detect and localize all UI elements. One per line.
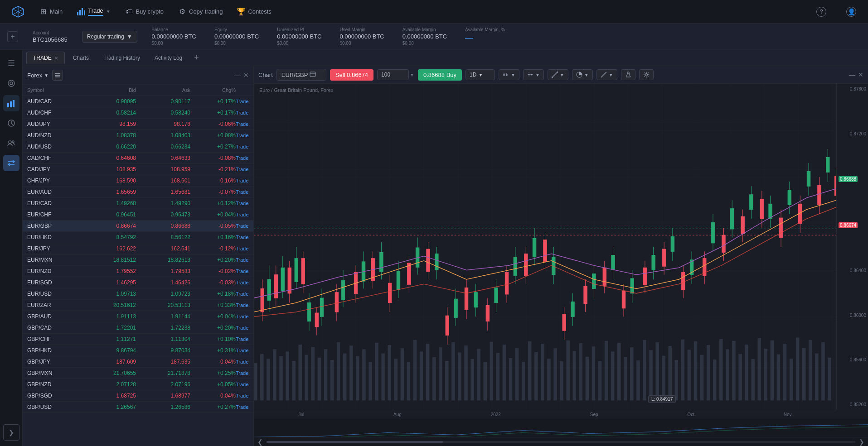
profile-button[interactable]: 👤 [840,4,863,19]
trade-button[interactable]: Trade [236,201,253,206]
expand-sidebar-button[interactable]: ❯ [3,424,19,441]
instrument-row[interactable]: GBP/SGD 1.68725 1.68977 -0.04% Trade [23,390,253,402]
trade-button[interactable]: Trade [236,155,253,161]
instrument-row[interactable]: AUD/USD 0.66220 0.66234 +0.27% Trade [23,141,253,153]
instrument-row[interactable]: EUR/CHF 0.96451 0.96473 +0.04% Trade [23,209,253,221]
instrument-row[interactable]: EUR/HKD 8.54792 8.56122 +0.16% Trade [23,232,253,243]
trade-button[interactable]: Trade [236,223,253,229]
amount-input[interactable] [377,69,409,80]
logo[interactable] [5,3,31,21]
trade-button[interactable]: Trade [236,302,253,308]
trade-button[interactable]: Trade [236,404,253,410]
instrument-row[interactable]: EUR/MXN 18.81512 18.82613 +0.20% Trade [23,254,253,266]
instrument-row[interactable]: EUR/CAD 1.49268 1.49290 +0.12% Trade [23,198,253,209]
instrument-row[interactable]: AUD/CHF 0.58214 0.58240 +0.17% Trade [23,107,253,119]
amount-dropdown-arrow[interactable]: ▼ [410,72,414,77]
search-icon-button[interactable] [52,70,63,81]
instrument-row[interactable]: EUR/GBP 0.86674 0.86688 -0.05% Trade [23,221,253,232]
settings-button[interactable] [639,69,654,80]
tab-trade-close[interactable]: ✕ [54,56,58,61]
timeframe-selector[interactable]: 1D ▼ [466,69,495,80]
chart-type-button[interactable]: ▼ [499,69,519,80]
instrument-row[interactable]: GBP/MXN 21.70655 21.71878 +0.25% Trade [23,368,253,379]
instrument-row[interactable]: GBP/USD 1.26567 1.26586 +0.27% Trade [23,402,253,413]
nav-scroll-bar[interactable] [267,441,855,443]
trade-button[interactable]: Trade [236,246,253,251]
instrument-row[interactable]: EUR/ZAR 20.51612 20.53113 +0.33% Trade [23,300,253,311]
instrument-row[interactable]: EUR/USD 1.09713 1.09723 +0.18% Trade [23,288,253,300]
trade-button[interactable]: Trade [236,110,253,115]
minimize-panel-button[interactable]: — [234,72,241,79]
trade-button[interactable]: Trade [236,382,253,387]
sidebar-icon-transfer[interactable] [3,155,19,171]
close-panel-button[interactable]: ✕ [243,72,249,79]
instrument-row[interactable]: CAD/CHF 0.64608 0.64633 -0.08% Trade [23,153,253,164]
trade-button[interactable]: Trade [236,121,253,127]
objects-button[interactable]: ▼ [548,69,568,80]
chart-area[interactable]: Euro / Great Britain Pound, Forex [254,84,868,446]
sidebar-icon-watchlist[interactable] [3,75,19,91]
chart-navigator[interactable]: ❮ ❯ [254,419,868,446]
nav-contests[interactable]: 🏆 Contests [231,5,277,19]
trade-button[interactable]: Trade [236,99,253,104]
instrument-row[interactable]: AUD/JPY 98.159 98.178 -0.06% Trade [23,119,253,130]
trade-button[interactable]: Trade [236,370,253,376]
trade-button[interactable]: Trade [236,235,253,240]
trade-button[interactable]: Trade [236,314,253,319]
trade-button[interactable]: Trade [236,189,253,195]
instrument-row[interactable]: GBP/CHF 1.11271 1.11304 +0.10% Trade [23,334,253,345]
trade-button[interactable]: Trade [236,212,253,217]
sidebar-icon-social[interactable] [3,135,19,151]
instrument-row[interactable]: GBP/HKD 9.86794 9.87034 +0.31% Trade [23,345,253,356]
nav-scroll-right[interactable]: ❯ [859,438,864,446]
sell-button[interactable]: Sell 0.86674 [330,69,373,81]
trade-button[interactable]: Trade [236,178,253,183]
instrument-row[interactable]: GBP/NZD 2.07128 2.07196 +0.05% Trade [23,379,253,390]
trade-button[interactable]: Trade [236,269,253,274]
instrument-row[interactable]: EUR/NZD 1.79552 1.79583 -0.02% Trade [23,266,253,277]
tab-activity-log[interactable]: Activity Log [148,52,189,64]
chart-close-button[interactable]: ✕ [858,71,863,78]
nav-trade[interactable]: Trade ▼ [71,5,116,19]
trade-button[interactable]: Trade [236,144,253,149]
trade-button[interactable]: Trade [236,167,253,172]
color-scheme-button[interactable]: ▼ [572,69,593,80]
tab-charts[interactable]: Charts [67,52,95,64]
nav-copy-trading[interactable]: ⚙ Copy-trading [172,5,229,19]
sidebar-icon-history[interactable] [3,115,19,131]
instrument-row[interactable]: GBP/CAD 1.72201 1.72238 +0.20% Trade [23,322,253,334]
forex-dropdown[interactable]: Forex ▼ [27,72,48,79]
help-button[interactable]: ? [810,4,833,19]
trade-button[interactable]: Trade [236,393,253,398]
tab-trading-history[interactable]: Trading History [97,52,146,64]
trading-type-selector[interactable]: Regular trading ▼ [82,31,137,43]
trade-button[interactable]: Trade [236,280,253,285]
trade-button[interactable]: Trade [236,257,253,263]
instrument-row[interactable]: CAD/JPY 108.935 108.959 -0.21% Trade [23,164,253,175]
instrument-row[interactable]: AUD/CAD 0.90095 0.90117 +0.17% Trade [23,96,253,107]
trade-button[interactable]: Trade [236,291,253,297]
instrument-row[interactable]: EUR/JPY 162.622 162.641 -0.12% Trade [23,243,253,254]
buy-button[interactable]: 0.86688 Buy [418,69,462,81]
add-tab-button[interactable]: + [190,51,203,64]
sidebar-icon-chart[interactable] [3,95,19,111]
nav-scroll-left[interactable]: ❮ [257,438,263,446]
nav-main[interactable]: ⊞ Main [33,5,69,19]
instrument-row[interactable]: EUR/SGD 1.46295 1.46426 -0.03% Trade [23,277,253,288]
trade-button[interactable]: Trade [236,336,253,342]
trade-button[interactable]: Trade [236,133,253,138]
instrument-row[interactable]: GBP/JPY 187.609 187.635 -0.04% Trade [23,356,253,368]
indicators-button[interactable]: ▼ [523,69,544,80]
line-tool-button[interactable]: ▼ [596,69,617,80]
chart-symbol-input[interactable]: EUR/GBP [276,69,326,81]
nav-buy-crypto[interactable]: 🏷 Buy crypto [119,5,170,19]
instrument-row[interactable]: CHF/JPY 168.590 168.601 -0.16% Trade [23,175,253,187]
tab-trade[interactable]: TRADE ✕ [26,52,65,64]
trade-button[interactable]: Trade [236,359,253,364]
trade-button[interactable]: Trade [236,348,253,353]
chart-minimize-button[interactable]: — [849,71,855,78]
instrument-row[interactable]: AUD/NZD 1.08378 1.08403 +0.08% Trade [23,130,253,141]
sidebar-icon-menu[interactable]: ☰ [3,55,19,72]
instrument-row[interactable]: GBP/AUD 1.91113 1.91144 +0.04% Trade [23,311,253,322]
instrument-row[interactable]: EUR/AUD 1.65659 1.65681 -0.07% Trade [23,187,253,198]
